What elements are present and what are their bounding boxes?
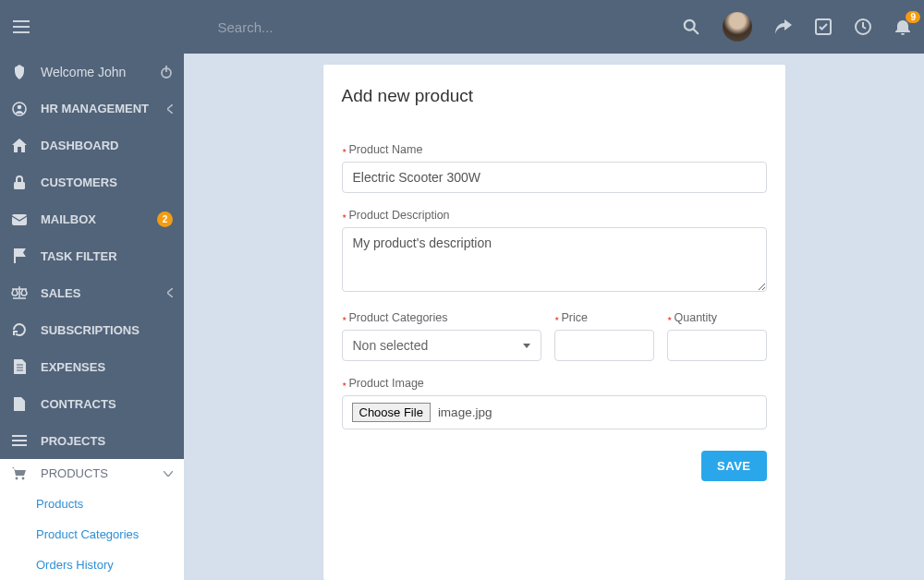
sidebar-item-label: DASHBOARD [41,139,173,152]
category-select[interactable]: Non selected [342,330,541,361]
chevron-down-icon [164,471,173,477]
subnav-products[interactable]: Products [0,489,184,519]
subnav-orders-history[interactable]: Orders History [0,550,184,580]
sidebar-item-hr[interactable]: HR MANAGEMENT [0,91,184,127]
sidebar-item-label: SUBSCRIPTIONS [41,323,173,337]
sidebar-item-dashboard[interactable]: DASHBOARD [0,127,184,164]
menu-toggle-icon[interactable] [13,18,30,35]
cart-icon [11,467,28,480]
sidebar-item-label: CONTRACTS [41,397,173,411]
search-input[interactable] [218,19,495,35]
sidebar-item-subscriptions[interactable]: SUBSCRIPTIONS [0,311,184,348]
sidebar-welcome: Welcome John [0,54,184,91]
label-image: Product Image [342,377,767,390]
category-value: Non selected [353,338,429,353]
file-input-wrap[interactable]: Choose File image.jpg [342,395,767,429]
list-icon [11,435,28,446]
sidebar-item-projects[interactable]: PROJECTS [0,422,184,459]
lock-icon [11,175,28,190]
bell-icon[interactable]: 9 [894,18,911,35]
document-icon [11,359,28,374]
products-label: PRODUCTS [41,466,151,480]
refresh-icon [11,322,28,337]
svg-rect-8 [14,182,25,189]
person-circle-icon [11,102,28,116]
sidebar-item-label: HR MANAGEMENT [41,102,154,115]
topbar: 9 [0,0,924,54]
field-quantity: Quantity [667,311,767,361]
file-name: image.jpg [438,405,492,419]
label-price: Price [554,311,654,324]
row-cat-price-qty: Product Categories Non selected Price Qu… [342,311,767,361]
notification-badge: 9 [906,11,920,23]
welcome-label: Welcome John [41,65,147,79]
svg-point-11 [22,477,25,480]
sidebar-item-label: TASK FILTER [41,249,173,263]
sidebar-item-mailbox[interactable]: MAILBOX 2 [0,201,184,238]
chevron-left-icon [167,104,173,114]
content: Add new product Product Name Product Des… [184,54,924,580]
sidebar: Welcome John HR MANAGEMENT DASHBOARD CUS… [0,54,184,580]
product-desc-textarea[interactable]: My product's description [342,227,767,292]
layout: Welcome John HR MANAGEMENT DASHBOARD CUS… [0,54,924,580]
svg-rect-9 [12,214,27,225]
quantity-input[interactable] [667,330,767,361]
sidebar-item-sales[interactable]: SALES [0,274,184,311]
label-product-desc: Product Description [342,209,767,222]
card-title: Add new product [342,86,767,106]
topbar-actions: 9 [683,12,911,42]
sidebar-item-contracts[interactable]: CONTRACTS [0,385,184,422]
sidebar-item-label: PROJECTS [41,434,173,448]
search-wrap [30,19,683,35]
svg-point-10 [16,477,18,480]
field-product-desc: Product Description My product's descrip… [342,209,767,296]
caret-down-icon [523,344,530,348]
search-icon[interactable] [683,18,699,35]
svg-line-1 [694,30,699,34]
label-product-name: Product Name [342,143,767,156]
field-price: Price [554,311,654,361]
sidebar-item-label: CUSTOMERS [41,175,173,189]
sidebar-item-label: EXPENSES [41,360,173,374]
label-categories: Product Categories [342,311,541,324]
save-button[interactable]: SAVE [701,451,766,481]
share-icon[interactable] [775,18,792,35]
field-categories: Product Categories Non selected [342,311,541,361]
avatar[interactable] [723,12,752,42]
sidebar-item-label: MAILBOX [41,212,144,226]
sidebar-item-label: SALES [41,286,154,300]
home-icon [11,139,28,152]
tasks-icon[interactable] [815,18,832,35]
user-icon [11,65,28,79]
sidebar-products: PRODUCTS Products Product Categories Ord… [0,459,184,580]
field-image: Product Image Choose File image.jpg [342,377,767,429]
sidebar-item-task-filter[interactable]: TASK FILTER [0,238,184,275]
subnav-product-categories[interactable]: Product Categories [0,519,184,550]
product-name-input[interactable] [342,162,767,193]
clock-icon[interactable] [855,18,871,35]
power-icon[interactable] [160,66,173,79]
add-product-card: Add new product Product Name Product Des… [323,65,785,580]
scales-icon [11,286,28,299]
sidebar-item-customers[interactable]: CUSTOMERS [0,164,184,201]
svg-point-7 [18,105,22,110]
chevron-left-icon [167,288,173,297]
sidebar-item-products[interactable]: PRODUCTS [0,459,184,489]
field-product-name: Product Name [342,143,767,193]
flag-icon [11,248,28,263]
file-icon [11,397,28,411]
mail-icon [11,214,28,225]
choose-file-button[interactable]: Choose File [352,403,431,422]
sidebar-item-expenses[interactable]: EXPENSES [0,348,184,385]
label-quantity: Quantity [667,311,767,324]
mail-badge: 2 [157,211,173,227]
price-input[interactable] [554,330,654,361]
